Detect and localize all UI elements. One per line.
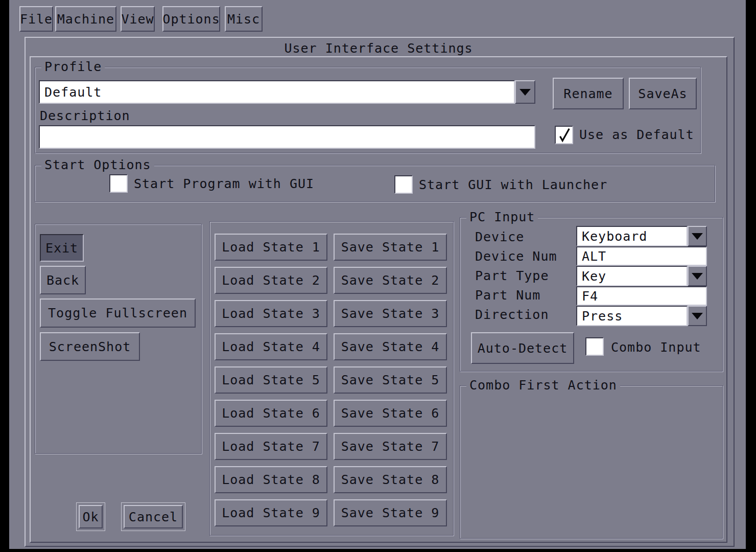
menu-misc[interactable]: Misc xyxy=(225,6,263,32)
chevron-down-icon xyxy=(692,313,703,319)
load-state-3-label: Load State 3 xyxy=(222,306,320,321)
toggle-fullscreen-button-label: Toggle Fullscreen xyxy=(48,306,187,320)
save-state-9-label: Save State 9 xyxy=(341,505,440,520)
device-combobox-value: Keyboard xyxy=(582,229,647,244)
saveas-button[interactable]: SaveAs xyxy=(629,78,697,109)
device-num-label: Device Num xyxy=(475,249,557,264)
save-state-8-button[interactable]: Save State 8 xyxy=(334,466,447,493)
load-state-2-button[interactable]: Load State 2 xyxy=(215,267,327,294)
ok-button-label: Ok xyxy=(82,510,99,524)
load-state-6-label: Load State 6 xyxy=(222,406,320,421)
load-state-4-label: Load State 4 xyxy=(222,339,320,354)
load-state-9-button[interactable]: Load State 9 xyxy=(215,499,327,526)
save-state-5-label: Save State 5 xyxy=(341,373,440,387)
exit-button[interactable]: Exit xyxy=(40,234,84,262)
load-state-5-label: Load State 5 xyxy=(222,373,320,387)
save-state-7-label: Save State 7 xyxy=(341,439,440,454)
load-state-6-button[interactable]: Load State 6 xyxy=(215,400,327,427)
part-type-combobox-value: Key xyxy=(582,269,606,284)
part-num-label: Part Num xyxy=(475,288,540,303)
use-as-default-checkbox[interactable] xyxy=(555,126,573,144)
save-state-4-button[interactable]: Save State 4 xyxy=(334,333,447,360)
combo-input-checkbox[interactable] xyxy=(585,337,604,356)
load-state-7-label: Load State 7 xyxy=(222,439,320,454)
load-state-8-label: Load State 8 xyxy=(222,472,320,487)
part-num-input[interactable] xyxy=(576,286,707,306)
load-state-2-label: Load State 2 xyxy=(222,273,320,288)
use-as-default-label: Use as Default xyxy=(579,128,694,142)
checkmark-icon xyxy=(556,127,572,143)
save-state-6-label: Save State 6 xyxy=(341,406,440,421)
start-program-with-gui-label: Start Program with GUI xyxy=(134,177,314,191)
device-dropdown-button[interactable] xyxy=(688,226,707,246)
device-label: Device xyxy=(475,230,524,244)
menu-misc-label: Misc xyxy=(227,12,260,27)
rename-button-label: Rename xyxy=(563,86,612,101)
save-state-9-button[interactable]: Save State 9 xyxy=(334,499,447,526)
load-state-7-button[interactable]: Load State 7 xyxy=(215,433,327,460)
device-combobox[interactable]: Keyboard xyxy=(576,226,688,246)
profile-group-legend: Profile xyxy=(41,60,105,74)
direction-dropdown-button[interactable] xyxy=(688,306,707,326)
start-options-group-legend: Start Options xyxy=(41,158,154,172)
load-state-1-label: Load State 1 xyxy=(222,240,320,255)
load-state-5-button[interactable]: Load State 5 xyxy=(215,366,327,394)
combo-first-action-group: Combo First Action xyxy=(460,385,723,539)
save-state-7-button[interactable]: Save State 7 xyxy=(334,433,447,460)
save-state-3-label: Save State 3 xyxy=(341,306,440,321)
menu-machine-label: Machine xyxy=(57,12,114,27)
load-state-9-label: Load State 9 xyxy=(222,505,320,520)
profile-combobox-value: Default xyxy=(44,85,102,100)
start-gui-with-launcher-label: Start GUI with Launcher xyxy=(419,178,607,192)
profile-combobox[interactable]: Default xyxy=(39,80,515,104)
save-state-5-button[interactable]: Save State 5 xyxy=(334,366,447,394)
cancel-button-label: Cancel xyxy=(129,510,178,524)
device-num-input[interactable] xyxy=(576,246,707,266)
part-type-label: Part Type xyxy=(475,269,549,283)
description-input[interactable] xyxy=(39,125,535,149)
part-type-dropdown-button[interactable] xyxy=(688,266,707,286)
back-button-label: Back xyxy=(46,273,79,288)
saveas-button-label: SaveAs xyxy=(638,86,687,101)
menu-options-label: Options xyxy=(162,12,220,27)
save-state-1-button[interactable]: Save State 1 xyxy=(334,234,447,261)
pc-input-group-legend: PC Input xyxy=(466,210,538,224)
menu-options[interactable]: Options xyxy=(162,6,220,32)
menu-view[interactable]: View xyxy=(121,6,155,32)
save-state-2-button[interactable]: Save State 2 xyxy=(334,267,447,294)
save-state-1-label: Save State 1 xyxy=(341,240,440,255)
start-gui-with-launcher-checkbox[interactable] xyxy=(394,175,413,194)
menu-view-label: View xyxy=(121,12,154,27)
auto-detect-button[interactable]: Auto-Detect xyxy=(471,332,574,364)
exit-button-label: Exit xyxy=(45,241,78,256)
direction-label: Direction xyxy=(475,308,549,322)
auto-detect-button-label: Auto-Detect xyxy=(478,341,568,356)
save-state-3-button[interactable]: Save State 3 xyxy=(334,300,447,327)
cancel-button[interactable]: Cancel xyxy=(124,505,183,528)
rename-button[interactable]: Rename xyxy=(553,78,624,109)
save-state-4-label: Save State 4 xyxy=(341,339,440,354)
load-state-1-button[interactable]: Load State 1 xyxy=(215,234,327,261)
direction-combobox-value: Press xyxy=(582,309,623,324)
ok-button[interactable]: Ok xyxy=(79,505,103,528)
load-state-4-button[interactable]: Load State 4 xyxy=(215,333,327,360)
load-state-8-button[interactable]: Load State 8 xyxy=(215,466,327,493)
save-state-8-label: Save State 8 xyxy=(341,472,440,487)
toggle-fullscreen-button[interactable]: Toggle Fullscreen xyxy=(40,298,196,328)
save-state-2-label: Save State 2 xyxy=(341,273,440,288)
direction-combobox[interactable]: Press xyxy=(576,306,688,326)
menu-file[interactable]: File xyxy=(19,6,53,32)
start-program-with-gui-checkbox[interactable] xyxy=(109,174,128,193)
chevron-down-icon xyxy=(692,233,703,240)
back-button[interactable]: Back xyxy=(40,266,86,294)
screenshot-button[interactable]: ScreenShot xyxy=(40,332,140,361)
application-window: File Machine View Options Misc User Inte… xyxy=(0,0,756,552)
profile-combobox-dropdown-button[interactable] xyxy=(515,80,535,104)
chevron-down-icon xyxy=(692,273,703,280)
menu-machine[interactable]: Machine xyxy=(55,6,116,32)
part-type-combobox[interactable]: Key xyxy=(576,266,688,286)
load-state-3-button[interactable]: Load State 3 xyxy=(215,300,327,327)
description-label: Description xyxy=(40,109,130,123)
combo-input-label: Combo Input xyxy=(611,340,701,355)
save-state-6-button[interactable]: Save State 6 xyxy=(334,400,447,427)
